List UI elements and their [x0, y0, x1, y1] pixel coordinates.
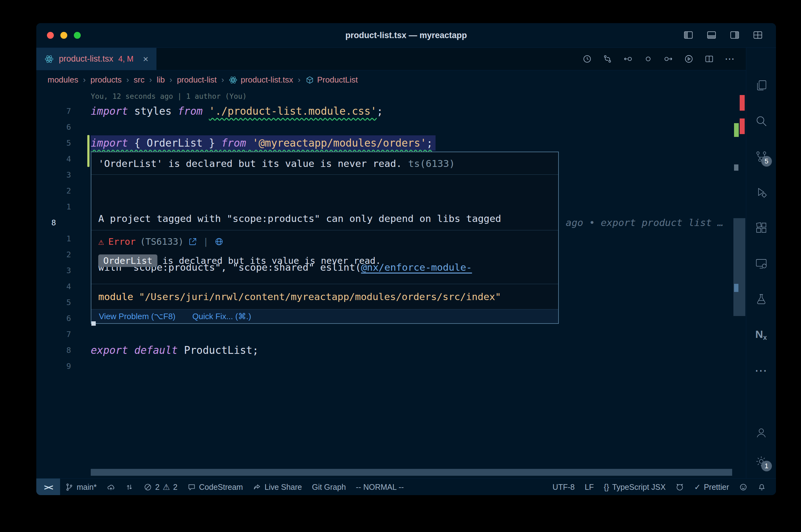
zoom-window-button[interactable] [74, 32, 81, 39]
feedback-item[interactable] [734, 478, 752, 495]
code-line-highlighted[interactable]: 5 import { OrderList } from '@myreactapp… [36, 135, 746, 151]
eol-item[interactable]: LF [580, 478, 599, 495]
live-share-item[interactable]: Live Share [248, 478, 307, 495]
next-change-icon[interactable] [663, 54, 673, 64]
react-icon [229, 76, 237, 84]
breadcrumb-item-file[interactable]: product-list.tsx [229, 75, 293, 85]
breadcrumb-item-lib[interactable]: lib [157, 75, 165, 85]
warnings-icon: ⚠ [163, 482, 170, 492]
breadcrumb-item-symbol[interactable]: ProductList [305, 75, 358, 85]
timeline-icon[interactable] [582, 54, 592, 64]
accounts-icon[interactable] [754, 425, 769, 440]
vim-mode-indicator[interactable]: -- NORMAL -- [351, 478, 408, 495]
previous-change-icon[interactable] [623, 54, 633, 64]
publish-changes-item[interactable] [102, 478, 120, 495]
toggle-secondary-sidebar-icon[interactable] [729, 30, 740, 40]
code-editor[interactable]: You, 12 seconds ago | 1 author (You) 7 i… [36, 89, 746, 478]
line-number[interactable]: 3 [36, 167, 91, 183]
hover-popup: 'OrderList' is declared but its value is… [91, 152, 559, 324]
eslint-message: A project tagged with "scope:products" c… [91, 175, 558, 230]
source-control-icon[interactable]: 5 [754, 149, 769, 164]
toggle-sidebar-icon[interactable] [683, 30, 694, 40]
code-line[interactable]: 6 [36, 119, 746, 135]
globe-icon[interactable] [214, 237, 224, 246]
horizontal-scrollbar[interactable] [91, 469, 732, 476]
codestream-item[interactable]: CodeStream [182, 478, 248, 495]
run-file-icon[interactable] [684, 54, 694, 64]
current-line-number[interactable]: 8 [36, 215, 91, 231]
line-number[interactable]: 8 [36, 342, 91, 358]
explorer-icon[interactable] [754, 78, 769, 93]
git-modified-gutter-indicator [87, 135, 90, 167]
code-line[interactable]: 9 [36, 358, 746, 374]
line-number[interactable]: 5 [36, 135, 91, 151]
line-number[interactable]: 6 [36, 310, 91, 326]
compare-refs-item[interactable] [120, 478, 139, 495]
feedback-smiley-icon [739, 483, 747, 491]
identifier-chip: OrderList [98, 254, 158, 267]
symbol-cube-icon [305, 76, 314, 84]
error-label: Error [108, 236, 135, 247]
more-actions-icon[interactable]: ⋯ [725, 54, 735, 64]
encoding-item[interactable]: UTF-8 [548, 478, 580, 495]
settings-gear-icon[interactable]: 1 [754, 454, 769, 469]
split-editor-icon[interactable] [704, 54, 714, 64]
info-marker [734, 165, 739, 171]
prettier-item[interactable]: ✓ Prettier [689, 478, 734, 495]
search-icon[interactable] [754, 113, 769, 129]
breadcrumb-item-modules[interactable]: modules [48, 75, 78, 85]
line-number[interactable]: 5 [36, 294, 91, 310]
react-icon [44, 54, 54, 64]
testing-icon[interactable] [754, 292, 769, 307]
github-item[interactable] [671, 478, 689, 495]
view-problem-link[interactable]: View Problem (⌥F8) [99, 312, 176, 321]
error-triangle-icon: ⚠ [98, 236, 104, 247]
language-mode-item[interactable]: {} TypeScript JSX [599, 478, 671, 495]
close-window-button[interactable] [47, 32, 54, 39]
git-compare-icon[interactable] [603, 54, 612, 64]
breadcrumb-item-src[interactable]: src [133, 75, 145, 85]
errors-icon [144, 483, 152, 491]
line-number[interactable]: 7 [36, 326, 91, 342]
vertical-scrollbar[interactable] [733, 218, 745, 316]
toggle-panel-icon[interactable] [706, 30, 717, 40]
line-number[interactable]: 7 [36, 103, 91, 119]
line-number[interactable]: 2 [36, 247, 91, 263]
more-views-icon[interactable]: ⋯ [754, 363, 769, 378]
quick-fix-link[interactable]: Quick Fix... (⌘.) [193, 312, 251, 321]
breadcrumb-item-product-list[interactable]: product-list [177, 75, 217, 85]
line-number[interactable]: 4 [36, 151, 91, 167]
problems-item[interactable]: 2 ⚠ 2 [139, 478, 182, 495]
line-number[interactable]: 1 [36, 199, 91, 215]
changes-icon[interactable] [643, 54, 653, 64]
remote-explorer-icon[interactable] [754, 256, 769, 271]
tab-label: product-list.tsx [59, 54, 113, 64]
extensions-icon[interactable] [754, 220, 769, 235]
minimize-window-button[interactable] [60, 32, 67, 39]
notifications-bell-icon[interactable] [752, 478, 771, 495]
breadcrumb-separator: › [149, 75, 152, 85]
line-number[interactable]: 2 [36, 183, 91, 199]
line-number[interactable]: 1 [36, 231, 91, 247]
code-line[interactable]: 7 import styles from './product-list.mod… [36, 103, 746, 119]
line-number[interactable]: 6 [36, 119, 91, 135]
remote-indicator[interactable]: >< [36, 478, 60, 495]
line-number[interactable]: 4 [36, 279, 91, 294]
module-declaration: module"/Users/juri/nrwl/content/myreacta… [91, 284, 558, 309]
popup-resize-handle[interactable] [91, 321, 96, 326]
git-branch-item[interactable]: main* [60, 478, 102, 495]
customize-layout-icon[interactable] [752, 30, 763, 40]
breadcrumb-separator: › [83, 75, 86, 85]
open-external-icon[interactable] [188, 237, 197, 246]
tab-product-list[interactable]: product-list.tsx 4, M × [36, 48, 157, 70]
run-debug-icon[interactable] [754, 185, 769, 200]
github-icon [675, 483, 684, 491]
tab-problems-badge: 4, M [118, 54, 133, 63]
breadcrumb-item-products[interactable]: products [90, 75, 122, 85]
close-tab-icon[interactable]: × [143, 54, 149, 64]
line-number[interactable]: 9 [36, 358, 91, 374]
line-number[interactable]: 3 [36, 263, 91, 279]
git-graph-item[interactable]: Git Graph [307, 478, 351, 495]
gitlens-codelens[interactable]: You, 12 seconds ago | 1 author (You) [36, 89, 746, 103]
nx-console-icon[interactable]: Nx [754, 327, 769, 342]
